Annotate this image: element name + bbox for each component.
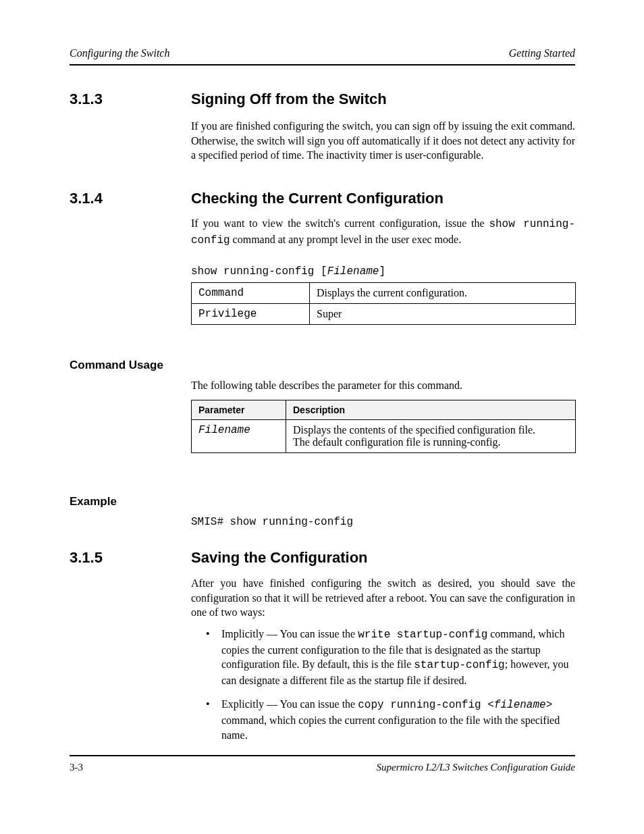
subsection-title: Command Usage: [70, 359, 163, 372]
cell-value: Displays the current configuration.: [310, 283, 576, 304]
table-header-row: Parameter Description: [192, 400, 576, 420]
footer-page-number: 3-3: [70, 762, 83, 773]
code-example: SMIS# show running-config: [191, 515, 575, 530]
paragraph: After you have finished configuring the …: [191, 576, 575, 620]
text: If you want to view the switch's current…: [191, 217, 489, 229]
subsection-title: Example: [70, 495, 117, 509]
section-title: Checking the Current Configuration: [191, 190, 444, 207]
header-right: Getting Started: [509, 47, 575, 59]
paragraph: If you are finished configuring the swit…: [191, 119, 575, 163]
bullet-list: Implicitly — You can issue the write sta…: [191, 627, 575, 752]
cell-desc: Displays the contents of the specified c…: [286, 420, 576, 453]
footer-rule: [70, 755, 575, 756]
table-row: Filename Displays the contents of the sp…: [192, 420, 576, 453]
table-row: Command Displays the current configurati…: [192, 283, 576, 304]
cell-label: Command: [192, 283, 310, 304]
table-row: Privilege Super: [192, 304, 576, 325]
cell-label: Privilege: [192, 304, 310, 325]
paragraph: The following table describes the parame…: [191, 378, 575, 393]
header-left: Configuring the Switch: [70, 47, 169, 59]
text: command at any prompt level in the user …: [230, 234, 462, 245]
cell-param: Filename: [192, 420, 286, 453]
command-info-table: Command Displays the current configurati…: [191, 282, 576, 325]
section-title: Saving the Configuration: [191, 549, 368, 567]
section-number: 3.1.3: [70, 90, 103, 108]
list-item: Implicitly — You can issue the write sta…: [191, 627, 575, 687]
column-header: Parameter: [192, 400, 286, 420]
section-number: 3.1.5: [70, 549, 103, 567]
section-number: 3.1.4: [70, 190, 103, 207]
header-rule: [70, 64, 575, 66]
column-header: Description: [286, 400, 576, 420]
paragraph: If you want to view the switch's current…: [191, 216, 575, 248]
parameter-table: Parameter Description Filename Displays …: [191, 400, 576, 453]
command-syntax: show running-config [Filename]: [191, 263, 575, 280]
list-item: Explicitly — You can issue the copy runn…: [191, 697, 575, 742]
page-header: Configuring the Switch Getting Started: [70, 47, 575, 59]
section-title: Signing Off from the Switch: [191, 90, 387, 108]
cell-value: Super: [310, 304, 576, 325]
footer-doc-title: Supermicro L2/L3 Switches Configuration …: [377, 762, 575, 773]
